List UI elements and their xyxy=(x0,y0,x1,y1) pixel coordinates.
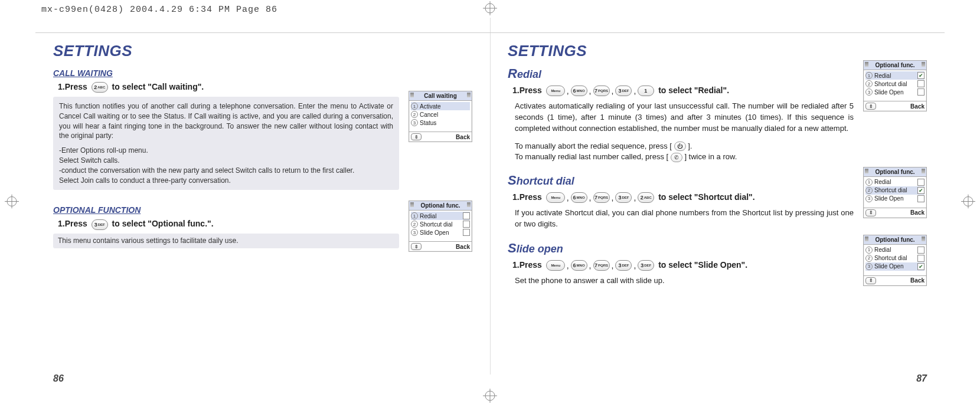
phone-screen-slide: Optional func. 1Redial 2Shortcut dial 3S… xyxy=(863,235,927,286)
step-suffix: to select "Call waiting". xyxy=(112,82,204,91)
phone-title: Call waiting xyxy=(409,91,472,101)
checkbox-icon xyxy=(463,212,470,219)
info-call-waiting: This function notifies you of another ca… xyxy=(53,97,399,190)
para-shortcut: If you activate Shortcut dial, you can d… xyxy=(515,208,854,230)
phone-screen-shortcut: Optional func. 1Redial 2Shortcut dial✔ 3… xyxy=(863,167,927,218)
checkbox-icon xyxy=(463,229,470,236)
phone-back: Back xyxy=(910,209,925,216)
menu-key-icon: Menu xyxy=(546,192,565,203)
phone-title: Optional func. xyxy=(864,235,926,245)
hangup-key-icon: ⏻ xyxy=(674,142,686,151)
keypad-key-6-icon: 6MNO xyxy=(571,260,587,271)
step-slide: 1.Press Menu, 6MNO, 7PQRS, 3DEF, 3DEF to… xyxy=(512,258,854,272)
phone-row: 1Activate xyxy=(411,102,470,110)
subhead-shortcut: Shortcut dial xyxy=(508,173,854,188)
checkbox-icon xyxy=(917,80,925,87)
nav-icon: ⇕ xyxy=(411,243,422,250)
page-number-left: 86 xyxy=(53,373,64,384)
phone-row: 2Shortcut dial✔ xyxy=(865,186,925,195)
phone-row: 1Redial xyxy=(865,246,925,254)
crop-mark-left-icon xyxy=(1,194,22,210)
phone-screen-call-waiting: Call waiting 1Activate 2Cancel 3Status ⇕… xyxy=(409,91,472,142)
checkbox-icon xyxy=(463,221,470,228)
phone-row: 3Status xyxy=(411,119,470,127)
keypad-key-3-icon: 3DEF xyxy=(638,260,654,271)
subhead-redial: Redial xyxy=(508,66,854,81)
step-optional: 1.Press 3DEF to select "Optional func.". xyxy=(58,217,399,230)
phone-back: Back xyxy=(456,244,470,250)
info-bullet: Select Switch calls. xyxy=(59,156,393,166)
phone-row: 2Shortcut dial xyxy=(411,220,470,228)
info-bullet: -Enter Options roll-up menu. xyxy=(59,146,393,156)
checkbox-icon xyxy=(917,195,925,202)
note-redial-last: To manually redial last number called, p… xyxy=(515,152,854,162)
phone-row: 3Slide Open✔ xyxy=(865,262,925,271)
phone-row: 1Redial✔ xyxy=(865,71,925,80)
phone-row: 3Slide Open xyxy=(865,195,925,203)
info-text: This function notifies you of another ca… xyxy=(59,101,393,141)
phone-row: 2Cancel xyxy=(411,110,470,119)
phone-row: 3Slide Open xyxy=(865,88,925,96)
phone-row: 2Shortcut dial xyxy=(865,80,925,88)
page-number-right: 87 xyxy=(916,373,927,384)
keypad-key-7-icon: 7PQRS xyxy=(593,260,610,271)
print-job-header: mx-c99en(0428) 2004.4.29 6:34 PM Page 86 xyxy=(41,5,277,15)
crop-mark-right-icon xyxy=(958,194,979,210)
phone-row: 1Redial xyxy=(865,178,925,186)
phone-row: 2Shortcut dial xyxy=(865,254,925,262)
nav-icon: ⇕ xyxy=(865,209,876,216)
page-title: SETTINGS xyxy=(53,42,472,60)
phone-title: Optional func. xyxy=(864,61,926,70)
keypad-key-3-icon: 3DEF xyxy=(92,219,108,230)
nav-icon: ⇕ xyxy=(865,103,876,110)
checkbox-icon xyxy=(917,247,925,254)
phone-row: 1Redial xyxy=(411,212,470,220)
crop-mark-bottom-icon xyxy=(478,389,502,403)
phone-title: Optional func. xyxy=(409,201,472,211)
nav-icon: ⇕ xyxy=(865,277,876,284)
step-call-waiting: 1.Press 2ABC to select "Call waiting". xyxy=(58,80,399,93)
keypad-key-3-icon: 3DEF xyxy=(615,260,632,271)
keypad-key-2-icon: 2ABC xyxy=(638,192,654,203)
call-key-icon: ✆ xyxy=(671,153,682,162)
nav-icon: ⇕ xyxy=(411,133,422,140)
para-slide: Set the phone to answer a call with slid… xyxy=(515,275,854,287)
phone-back: Back xyxy=(910,277,925,284)
keypad-key-2-icon: 2ABC xyxy=(92,82,108,93)
step-prefix: 1.Press xyxy=(58,82,87,91)
phone-back: Back xyxy=(456,134,470,140)
menu-key-icon: Menu xyxy=(546,86,565,96)
keypad-key-1-icon: 1 xyxy=(638,86,654,96)
page-spread: SETTINGS CALL WAITING 1.Press 2ABC to se… xyxy=(35,32,945,386)
keypad-key-3-icon: 3DEF xyxy=(615,86,632,96)
crop-mark-top-icon xyxy=(478,1,502,15)
checkbox-icon: ✔ xyxy=(917,72,925,79)
subhead-slide: Slide open xyxy=(508,241,854,256)
step-shortcut: 1.Press Menu, 6MNO, 7PQRS, 3DEF, 2ABC to… xyxy=(512,190,854,204)
keypad-key-6-icon: 6MNO xyxy=(571,192,587,203)
para-redial: Activates automatically redialing of you… xyxy=(515,101,854,134)
menu-key-icon: Menu xyxy=(546,260,565,271)
phone-back: Back xyxy=(910,103,925,110)
page-title: SETTINGS xyxy=(508,42,927,60)
keypad-key-6-icon: 6MNO xyxy=(571,86,587,96)
checkbox-icon: ✔ xyxy=(917,263,925,270)
checkbox-icon xyxy=(917,88,925,96)
step-redial: 1.Press Menu, 6MNO, 7PQRS, 3DEF, 1 to se… xyxy=(512,84,854,97)
section-call-waiting: CALL WAITING xyxy=(53,68,399,78)
section-optional-function: OPTIONAL FUNCTION xyxy=(53,205,399,215)
phone-row: 3Slide Open xyxy=(411,228,470,237)
keypad-key-7-icon: 7PQRS xyxy=(593,192,610,203)
checkbox-icon xyxy=(917,179,925,186)
keypad-key-3-icon: 3DEF xyxy=(615,192,632,203)
phone-screen-redial: Optional func. 1Redial✔ 2Shortcut dial 3… xyxy=(863,60,927,111)
page-left: SETTINGS CALL WAITING 1.Press 2ABC to se… xyxy=(35,32,490,386)
page-right: SETTINGS Redial 1.Press Menu, 6MNO, 7PQR… xyxy=(490,32,945,386)
keypad-key-7-icon: 7PQRS xyxy=(593,86,610,96)
phone-screen-optional: Optional func. 1Redial 2Shortcut dial 3S… xyxy=(409,201,472,252)
note-redial-abort: To manually abort the redial sequence, p… xyxy=(515,142,854,152)
phone-title: Optional func. xyxy=(864,167,926,177)
info-bullet: Select Join calls to conduct a three-par… xyxy=(59,176,393,186)
checkbox-icon xyxy=(917,255,925,262)
info-bullet: -conduct the conversation with the new p… xyxy=(59,166,393,176)
